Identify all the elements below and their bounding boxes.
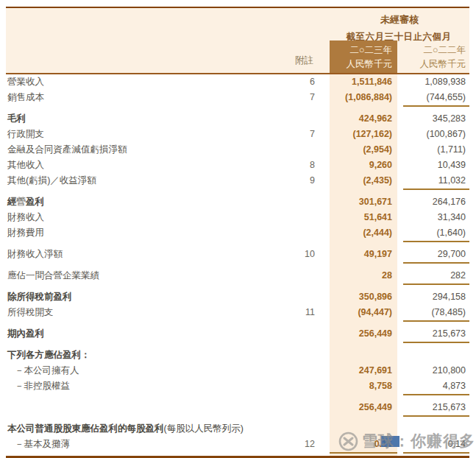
value-2022 [403, 415, 469, 421]
row-label [6, 320, 294, 326]
spacer-row [6, 320, 469, 326]
column-gap [397, 241, 403, 247]
row-label: 銷售成本 [6, 90, 294, 107]
year-2023-label: 二○二三年 [330, 43, 392, 57]
row-label [6, 415, 294, 421]
unaudited-heading: 未經審核 [330, 13, 469, 27]
value-2023 [330, 241, 397, 247]
value-2023: 1,511,846 [330, 74, 397, 90]
column-gap [397, 142, 403, 158]
value-2022: 294,158 [403, 289, 469, 305]
column-gap [397, 74, 403, 90]
value-2022: 1,089,938 [403, 74, 469, 90]
value-2022: 11,032 [403, 173, 469, 190]
value-2023: (2,444) [330, 225, 397, 242]
row-note [294, 189, 330, 194]
row-note [294, 111, 330, 127]
column-header-2023: 二○二三年 人民幣千元 [330, 40, 397, 73]
value-2022: 31,340 [403, 210, 469, 225]
unit-2022-label: 人民幣千元 [403, 57, 466, 71]
value-2023: (1,086,884) [330, 90, 397, 107]
spacer-row [6, 283, 469, 289]
row-note [294, 105, 330, 111]
row-note: 11 [294, 305, 330, 322]
table-row: 256,449 215,673 [6, 400, 469, 415]
column-gap [397, 189, 403, 194]
statement-body: 未經審核 截至六月三十日止六個月 附註 二○二三年 人民幣千元 二○二二年 人民… [6, 7, 469, 458]
year-2022-label: 二○二二年 [403, 43, 466, 57]
value-2022 [403, 348, 469, 363]
value-2023 [330, 320, 397, 326]
value-2022: 215,673 [403, 326, 469, 343]
statement-table: 營業收入 6 1,511,846 1,089,938 銷售成本 7 (1,086… [6, 74, 469, 452]
spacer-row [6, 241, 469, 247]
value-2022: (100,867) [403, 127, 469, 142]
table-row: 除所得稅前盈利 350,896 294,158 [6, 289, 469, 305]
column-gap [397, 105, 403, 111]
value-2023: (2,954) [330, 142, 397, 158]
row-note: 10 [294, 247, 330, 264]
value-2023 [330, 348, 397, 363]
value-2022 [403, 283, 469, 289]
table-row: 應佔一間合營企業業績 28 282 [6, 268, 469, 283]
table-row: 金融及合同資產減值虧損淨額 (2,954) (1,711) [6, 142, 469, 158]
row-note [294, 225, 330, 242]
value-2022 [403, 105, 469, 111]
row-label: 應佔一間合營企業業績 [6, 268, 294, 285]
value-2023: 51,641 [330, 210, 397, 225]
spacer-row [6, 262, 469, 268]
table-row: 其他(虧損)／收益淨額 9 (2,435) 11,032 [6, 173, 469, 189]
row-label: 下列各方應佔盈利： [6, 348, 294, 363]
row-label [6, 400, 294, 417]
value-2022: 215,673 [403, 400, 469, 417]
column-gap [397, 415, 403, 421]
row-label: 除所得稅前盈利 [6, 289, 294, 305]
row-label-suffix: (每股以人民幣列示) [164, 423, 244, 434]
value-2022: 29,700 [403, 247, 469, 264]
value-2023 [330, 415, 397, 421]
row-note [294, 421, 330, 437]
row-label: 財務費用 [6, 225, 294, 242]
spacer-row [6, 342, 469, 348]
table-row: －本公司擁有人 247,691 210,800 [6, 363, 469, 378]
value-2023 [330, 262, 397, 268]
column-gap [397, 342, 403, 348]
value-2022 [403, 241, 469, 247]
value-2023: 9,260 [330, 158, 397, 173]
column-gap [397, 289, 403, 305]
value-2023: 301,671 [330, 194, 397, 210]
value-2022 [403, 189, 469, 194]
row-note [294, 283, 330, 289]
table-header-band: 未經審核 截至六月三十日止六個月 附註 二○二三年 人民幣千元 二○二二年 人民… [6, 7, 469, 74]
value-2023: 424,962 [330, 111, 397, 127]
row-label: 金融及合同資產減值虧損淨額 [6, 142, 294, 158]
row-note: 9 [294, 173, 330, 190]
column-gap [397, 400, 403, 417]
row-note: 8 [294, 158, 330, 173]
column-gap [397, 320, 403, 326]
spacer-row [6, 394, 469, 400]
row-label [6, 189, 294, 194]
row-label: －本公司擁有人 [6, 363, 294, 378]
column-gap [397, 247, 403, 264]
table-row: 財務收入 51,641 31,340 [6, 210, 469, 225]
column-gap [397, 305, 403, 322]
row-note [294, 326, 330, 343]
value-2023 [330, 189, 397, 194]
note-column-header: 附註 [256, 54, 313, 67]
row-label: 財務收入淨額 [6, 247, 294, 264]
column-gap [397, 378, 403, 395]
column-gap [397, 173, 403, 190]
value-2023: (94,447) [330, 305, 397, 322]
value-2022 [403, 320, 469, 326]
value-2022 [403, 342, 469, 348]
table-row: 銷售成本 7 (1,086,884) (744,655) [6, 90, 469, 105]
column-gap [397, 363, 403, 378]
value-2023: 8,758 [330, 378, 397, 395]
column-gap [397, 326, 403, 343]
row-label: 本公司普通股股東應佔盈利的每股盈利(每股以人民幣列示) [6, 421, 294, 437]
row-label [6, 283, 294, 289]
column-gap [397, 348, 403, 363]
column-gap [397, 225, 403, 242]
value-2022 [403, 394, 469, 400]
